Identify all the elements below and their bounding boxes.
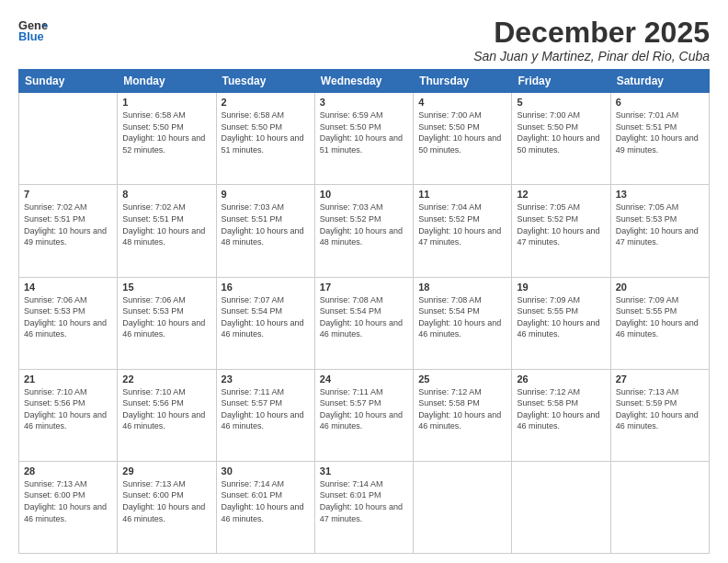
day-number: 28 <box>24 465 112 477</box>
day-info: Sunrise: 7:09 AMSunset: 5:55 PMDaylight:… <box>616 294 704 340</box>
calendar-week-row: 28Sunrise: 7:13 AMSunset: 6:00 PMDayligh… <box>19 461 710 553</box>
calendar-cell: 5Sunrise: 7:00 AMSunset: 5:50 PMDaylight… <box>512 93 610 185</box>
day-info: Sunrise: 6:58 AMSunset: 5:50 PMDaylight:… <box>122 109 210 155</box>
day-info: Sunrise: 7:10 AMSunset: 5:56 PMDaylight:… <box>24 386 112 432</box>
day-info: Sunrise: 7:13 AMSunset: 5:59 PMDaylight:… <box>616 386 704 432</box>
calendar-cell: 9Sunrise: 7:03 AMSunset: 5:51 PMDaylight… <box>216 185 314 277</box>
day-info: Sunrise: 7:06 AMSunset: 5:53 PMDaylight:… <box>122 294 210 340</box>
header: General Blue December 2025 San Juan y Ma… <box>18 17 710 63</box>
day-number: 10 <box>320 189 408 200</box>
day-info: Sunrise: 6:59 AMSunset: 5:50 PMDaylight:… <box>320 109 408 155</box>
calendar-cell: 12Sunrise: 7:05 AMSunset: 5:52 PMDayligh… <box>512 185 610 277</box>
day-info: Sunrise: 7:13 AMSunset: 6:00 PMDaylight:… <box>122 478 210 524</box>
calendar-cell: 10Sunrise: 7:03 AMSunset: 5:52 PMDayligh… <box>314 185 413 277</box>
day-number: 23 <box>222 373 310 385</box>
day-info: Sunrise: 7:14 AMSunset: 6:01 PMDaylight:… <box>320 478 408 524</box>
day-info: Sunrise: 7:00 AMSunset: 5:50 PMDaylight:… <box>517 109 605 155</box>
calendar-cell: 18Sunrise: 7:08 AMSunset: 5:54 PMDayligh… <box>414 277 512 369</box>
calendar-cell <box>512 461 610 553</box>
calendar-cell: 27Sunrise: 7:13 AMSunset: 5:59 PMDayligh… <box>610 369 709 461</box>
calendar-cell: 7Sunrise: 7:02 AMSunset: 5:51 PMDaylight… <box>19 185 118 277</box>
day-info: Sunrise: 7:05 AMSunset: 5:52 PMDaylight:… <box>517 201 605 247</box>
day-number: 15 <box>122 282 210 293</box>
calendar-cell: 8Sunrise: 7:02 AMSunset: 5:51 PMDaylight… <box>118 185 216 277</box>
day-number: 3 <box>320 97 408 108</box>
calendar-cell: 2Sunrise: 6:58 AMSunset: 5:50 PMDaylight… <box>216 93 314 185</box>
svg-text:Blue: Blue <box>18 29 44 43</box>
calendar-cell: 17Sunrise: 7:08 AMSunset: 5:54 PMDayligh… <box>314 277 413 369</box>
day-info: Sunrise: 7:02 AMSunset: 5:51 PMDaylight:… <box>122 201 210 247</box>
day-number: 14 <box>24 282 112 293</box>
day-info: Sunrise: 6:58 AMSunset: 5:50 PMDaylight:… <box>222 109 310 155</box>
logo-icon: General Blue <box>18 17 48 46</box>
location: San Juan y Martinez, Pinar del Rio, Cuba <box>473 49 710 63</box>
calendar-header-row: SundayMondayTuesdayWednesdayThursdayFrid… <box>19 70 710 93</box>
day-info: Sunrise: 7:13 AMSunset: 6:00 PMDaylight:… <box>24 478 112 524</box>
day-number: 17 <box>320 282 408 293</box>
month-title: December 2025 <box>473 17 710 49</box>
day-number: 21 <box>24 373 112 385</box>
calendar-week-row: 7Sunrise: 7:02 AMSunset: 5:51 PMDaylight… <box>19 185 710 277</box>
logo: General Blue <box>18 17 48 46</box>
calendar-cell <box>610 461 709 553</box>
page: General Blue December 2025 San Juan y Ma… <box>0 0 728 563</box>
calendar-week-row: 1Sunrise: 6:58 AMSunset: 5:50 PMDaylight… <box>19 93 710 185</box>
calendar-cell <box>19 93 118 185</box>
day-info: Sunrise: 7:03 AMSunset: 5:52 PMDaylight:… <box>320 201 408 247</box>
calendar-cell: 3Sunrise: 6:59 AMSunset: 5:50 PMDaylight… <box>314 93 413 185</box>
calendar-cell: 14Sunrise: 7:06 AMSunset: 5:53 PMDayligh… <box>19 277 118 369</box>
calendar-day-header: Monday <box>118 70 216 93</box>
day-number: 8 <box>122 189 210 200</box>
calendar-cell: 23Sunrise: 7:11 AMSunset: 5:57 PMDayligh… <box>216 369 314 461</box>
calendar-cell: 22Sunrise: 7:10 AMSunset: 5:56 PMDayligh… <box>118 369 216 461</box>
day-number: 22 <box>122 373 210 385</box>
day-number: 9 <box>222 189 310 200</box>
day-info: Sunrise: 7:02 AMSunset: 5:51 PMDaylight:… <box>24 201 112 247</box>
day-number: 7 <box>24 189 112 200</box>
day-number: 18 <box>418 282 506 293</box>
day-info: Sunrise: 7:08 AMSunset: 5:54 PMDaylight:… <box>320 294 408 340</box>
calendar-cell: 1Sunrise: 6:58 AMSunset: 5:50 PMDaylight… <box>118 93 216 185</box>
day-info: Sunrise: 7:05 AMSunset: 5:53 PMDaylight:… <box>616 201 704 247</box>
calendar-cell: 31Sunrise: 7:14 AMSunset: 6:01 PMDayligh… <box>314 461 413 553</box>
day-number: 12 <box>517 189 605 200</box>
calendar-cell: 6Sunrise: 7:01 AMSunset: 5:51 PMDaylight… <box>610 93 709 185</box>
day-info: Sunrise: 7:14 AMSunset: 6:01 PMDaylight:… <box>222 478 310 524</box>
day-info: Sunrise: 7:00 AMSunset: 5:50 PMDaylight:… <box>418 109 506 155</box>
calendar-cell: 26Sunrise: 7:12 AMSunset: 5:58 PMDayligh… <box>512 369 610 461</box>
calendar-day-header: Thursday <box>414 70 512 93</box>
day-number: 2 <box>222 97 310 108</box>
calendar-cell: 29Sunrise: 7:13 AMSunset: 6:00 PMDayligh… <box>118 461 216 553</box>
day-info: Sunrise: 7:11 AMSunset: 5:57 PMDaylight:… <box>320 386 408 432</box>
calendar-cell: 20Sunrise: 7:09 AMSunset: 5:55 PMDayligh… <box>610 277 709 369</box>
day-number: 16 <box>222 282 310 293</box>
day-info: Sunrise: 7:08 AMSunset: 5:54 PMDaylight:… <box>418 294 506 340</box>
day-number: 20 <box>616 282 704 293</box>
day-info: Sunrise: 7:12 AMSunset: 5:58 PMDaylight:… <box>418 386 506 432</box>
day-number: 24 <box>320 373 408 385</box>
day-number: 11 <box>418 189 506 200</box>
calendar-table: SundayMondayTuesdayWednesdayThursdayFrid… <box>18 69 710 554</box>
calendar-cell: 15Sunrise: 7:06 AMSunset: 5:53 PMDayligh… <box>118 277 216 369</box>
calendar-cell: 13Sunrise: 7:05 AMSunset: 5:53 PMDayligh… <box>610 185 709 277</box>
day-info: Sunrise: 7:10 AMSunset: 5:56 PMDaylight:… <box>122 386 210 432</box>
calendar-cell: 4Sunrise: 7:00 AMSunset: 5:50 PMDaylight… <box>414 93 512 185</box>
calendar-cell: 30Sunrise: 7:14 AMSunset: 6:01 PMDayligh… <box>216 461 314 553</box>
day-number: 29 <box>122 465 210 477</box>
calendar-cell: 16Sunrise: 7:07 AMSunset: 5:54 PMDayligh… <box>216 277 314 369</box>
calendar-cell: 24Sunrise: 7:11 AMSunset: 5:57 PMDayligh… <box>314 369 413 461</box>
day-number: 27 <box>616 373 704 385</box>
day-number: 31 <box>320 465 408 477</box>
title-area: December 2025 San Juan y Martinez, Pinar… <box>473 17 710 63</box>
day-number: 4 <box>418 97 506 108</box>
calendar-cell: 28Sunrise: 7:13 AMSunset: 6:00 PMDayligh… <box>19 461 118 553</box>
day-info: Sunrise: 7:04 AMSunset: 5:52 PMDaylight:… <box>418 201 506 247</box>
day-number: 25 <box>418 373 506 385</box>
day-info: Sunrise: 7:12 AMSunset: 5:58 PMDaylight:… <box>517 386 605 432</box>
calendar-cell: 11Sunrise: 7:04 AMSunset: 5:52 PMDayligh… <box>414 185 512 277</box>
day-number: 19 <box>517 282 605 293</box>
calendar-cell: 25Sunrise: 7:12 AMSunset: 5:58 PMDayligh… <box>414 369 512 461</box>
day-number: 5 <box>517 97 605 108</box>
day-number: 6 <box>616 97 704 108</box>
calendar-cell <box>414 461 512 553</box>
